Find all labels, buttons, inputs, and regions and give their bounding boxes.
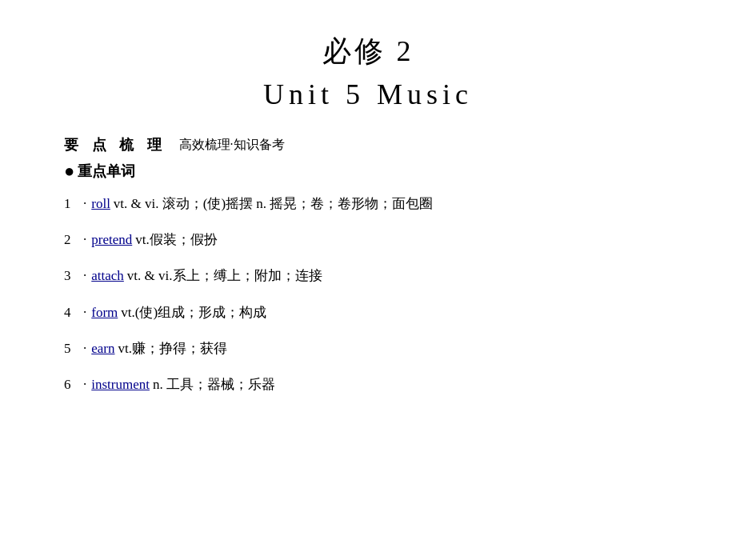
item-number: 4 — [64, 302, 80, 323]
vocab-item: 5·earn vt.赚；挣得；获得 — [64, 338, 672, 359]
section-header: 要 点 梳 理 高效梳理·知识备考 — [64, 135, 672, 154]
vocab-item: 6·instrument n. 工具；器械；乐器 — [64, 374, 672, 395]
item-dot: · — [83, 374, 86, 395]
keywords-header: ● 重点单词 — [64, 161, 672, 182]
vocab-definition: n. 工具；器械；乐器 — [153, 374, 275, 395]
item-dot: · — [83, 338, 86, 359]
bullet-icon: ● — [64, 161, 74, 182]
item-number: 5 — [64, 338, 80, 359]
vocab-word[interactable]: earn — [91, 338, 114, 359]
item-number: 3 — [64, 265, 80, 286]
vocab-word[interactable]: instrument — [91, 374, 150, 395]
sub-title: Unit 5 Music — [64, 78, 672, 111]
vocab-list: 1·roll vt. & vi. 滚动；(使)摇摆 n. 摇晃；卷；卷形物；面包… — [64, 193, 672, 395]
item-number: 1 — [64, 193, 80, 214]
item-dot: · — [83, 302, 86, 323]
keywords-label: 重点单词 — [78, 162, 135, 181]
vocab-word[interactable]: attach — [91, 265, 124, 286]
section-label: 要 点 梳 理 — [64, 135, 166, 154]
vocab-definition: vt. & vi.系上；缚上；附加；连接 — [127, 265, 322, 286]
vocab-item: 2·pretend vt.假装；假扮 — [64, 229, 672, 250]
item-dot: · — [83, 229, 86, 250]
item-dot: · — [83, 193, 86, 214]
vocab-item: 4·form vt.(使)组成；形成；构成 — [64, 302, 672, 323]
title-section: 必修 2 Unit 5 Music — [64, 32, 672, 111]
vocab-word[interactable]: roll — [91, 193, 110, 214]
vocab-definition: vt.(使)组成；形成；构成 — [121, 302, 266, 323]
section-desc: 高效梳理·知识备考 — [179, 137, 285, 154]
item-number: 2 — [64, 229, 80, 250]
main-title: 必修 2 — [64, 32, 672, 71]
page-container: 必修 2 Unit 5 Music 要 点 梳 理 高效梳理·知识备考 ● 重点… — [0, 0, 736, 560]
vocab-item: 3·attach vt. & vi.系上；缚上；附加；连接 — [64, 265, 672, 286]
vocab-word[interactable]: form — [91, 302, 118, 323]
vocab-definition: vt.假装；假扮 — [135, 229, 217, 250]
item-dot: · — [83, 265, 86, 286]
vocab-definition: vt.赚；挣得；获得 — [118, 338, 227, 359]
vocab-definition: vt. & vi. 滚动；(使)摇摆 n. 摇晃；卷；卷形物；面包圈 — [114, 193, 434, 214]
vocab-item: 1·roll vt. & vi. 滚动；(使)摇摆 n. 摇晃；卷；卷形物；面包… — [64, 193, 672, 214]
item-number: 6 — [64, 374, 80, 395]
vocab-word[interactable]: pretend — [91, 229, 132, 250]
